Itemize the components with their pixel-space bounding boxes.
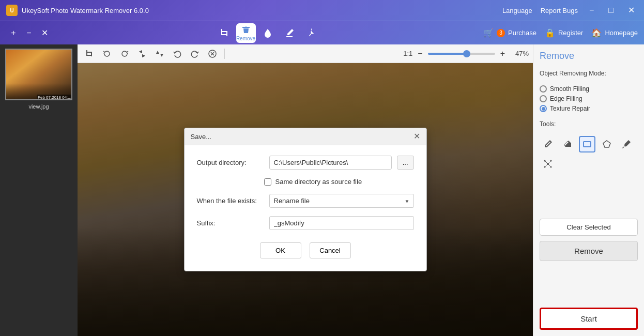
crop-tool-btn[interactable] bbox=[214, 23, 234, 43]
toolbar-rotate-cw-btn[interactable] bbox=[117, 47, 132, 61]
toolbar-redo-btn[interactable] bbox=[187, 47, 203, 61]
toolbar: 1:1 − + 47% bbox=[78, 44, 533, 63]
dialog-title: Save... bbox=[191, 133, 211, 141]
nav-window-controls: + − ✕ bbox=[6, 26, 52, 40]
nav-minimize-btn[interactable]: − bbox=[22, 26, 36, 40]
output-directory-input[interactable] bbox=[269, 156, 392, 170]
pen-tool-btn[interactable] bbox=[280, 23, 299, 43]
remove-tool-btn[interactable]: Remove bbox=[236, 23, 256, 43]
toolbar-flip-v-btn[interactable] bbox=[152, 47, 167, 61]
left-panel: Feb 07,2018 04:... view.jpg bbox=[0, 44, 78, 336]
minimize-btn[interactable]: − bbox=[586, 6, 597, 14]
nav-tools: Remove bbox=[52, 23, 483, 43]
output-directory-row: Output directory: ... bbox=[197, 156, 414, 170]
object-removing-mode-label: Object Removing Mode: bbox=[540, 70, 638, 77]
smooth-label: Smooth Filling bbox=[550, 85, 589, 93]
nav-add-btn[interactable]: + bbox=[6, 26, 21, 40]
svg-rect-1 bbox=[584, 142, 591, 147]
nav-close-btn[interactable]: ✕ bbox=[37, 26, 52, 40]
zoom-pct: 47% bbox=[510, 50, 529, 57]
toolbar-rotate-ccw-btn[interactable] bbox=[99, 47, 115, 61]
same-directory-row: Same directory as source file bbox=[264, 178, 414, 186]
dialog-ok-btn[interactable]: OK bbox=[260, 242, 301, 258]
report-bugs-link[interactable]: Report Bugs bbox=[541, 7, 578, 14]
right-panel: Remove Object Removing Mode: Smooth Fill… bbox=[533, 44, 644, 336]
tools-row bbox=[540, 136, 638, 172]
thumbnail-filename: view.jpg bbox=[28, 103, 49, 110]
panel-spacer2 bbox=[540, 266, 638, 302]
suffix-label: Suffix: bbox=[197, 219, 264, 227]
smooth-radio[interactable] bbox=[540, 85, 547, 93]
dialog-title-bar: Save... ✕ bbox=[185, 128, 426, 145]
mode-edge[interactable]: Edge Filling bbox=[540, 95, 638, 102]
rect-tool-btn[interactable] bbox=[579, 136, 595, 152]
zoom-slider[interactable] bbox=[428, 53, 495, 55]
register-label: Register bbox=[558, 29, 583, 37]
pattern-tool-btn[interactable] bbox=[540, 156, 556, 172]
right-panel-title: Remove bbox=[540, 51, 638, 62]
file-exists-row: When the file exists: Rename file Overwr… bbox=[197, 194, 414, 208]
pencil-tool-btn[interactable] bbox=[540, 136, 556, 152]
file-exists-select[interactable]: Rename file Overwrite Skip bbox=[269, 194, 414, 208]
thumbnail-date: Feb 07,2018 04:... bbox=[37, 95, 72, 100]
toolbar-sep bbox=[224, 49, 225, 59]
output-directory-label: Output directory: bbox=[197, 159, 264, 166]
center-area: 1:1 − + 47% Save... ✕ bbox=[78, 44, 533, 336]
tools-label: Tools: bbox=[540, 120, 638, 128]
dialog-close-btn[interactable]: ✕ bbox=[413, 132, 420, 141]
suffix-row: Suffix: bbox=[197, 216, 414, 230]
purchase-btn[interactable]: 🛒 3 Purchase bbox=[483, 28, 536, 38]
texture-radio[interactable] bbox=[540, 105, 547, 112]
app-title: UkeySoft Photo Watermark Remover 6.0.0 bbox=[22, 7, 502, 14]
edge-label: Edge Filling bbox=[550, 95, 582, 102]
zoom-plus-btn[interactable]: + bbox=[498, 49, 507, 58]
polygon-tool-btn[interactable] bbox=[599, 136, 615, 152]
same-directory-checkbox[interactable] bbox=[264, 178, 271, 186]
water-tool-btn[interactable] bbox=[258, 23, 278, 43]
canvas-area[interactable]: Save... ✕ Output directory: ... bbox=[78, 63, 533, 336]
register-icon: 🔒 bbox=[545, 28, 555, 38]
nav-right: 🛒 3 Purchase 🔒 Register 🏠 Homepage bbox=[483, 28, 638, 38]
zoom-control: 1:1 − + 47% bbox=[403, 49, 529, 58]
svg-marker-2 bbox=[603, 141, 610, 147]
zoom-label[interactable]: 1:1 bbox=[403, 50, 412, 57]
clear-selected-btn[interactable]: Clear Selected bbox=[540, 219, 638, 236]
suffix-input[interactable] bbox=[269, 216, 414, 230]
eraser-tool-btn[interactable] bbox=[559, 136, 576, 152]
toolbar-crop-btn[interactable] bbox=[82, 47, 97, 61]
pin-tool-btn[interactable] bbox=[301, 23, 321, 43]
close-btn[interactable]: ✕ bbox=[625, 6, 638, 14]
homepage-label: Homepage bbox=[605, 29, 638, 37]
toolbar-flip-h-btn[interactable] bbox=[134, 47, 150, 61]
dialog-cancel-btn[interactable]: Cancel bbox=[310, 242, 351, 258]
browse-btn[interactable]: ... bbox=[397, 156, 414, 170]
save-dialog: Save... ✕ Output directory: ... bbox=[184, 128, 427, 271]
remove-btn[interactable]: Remove bbox=[540, 241, 638, 261]
title-bar: U UkeySoft Photo Watermark Remover 6.0.0… bbox=[0, 0, 644, 21]
zoom-slider-thumb[interactable] bbox=[463, 50, 470, 57]
homepage-btn[interactable]: 🏠 Homepage bbox=[591, 28, 638, 38]
panel-spacer bbox=[540, 177, 638, 213]
dialog-buttons: OK Cancel bbox=[197, 238, 414, 261]
toolbar-close-btn[interactable] bbox=[205, 47, 220, 61]
title-bar-right: Language Report Bugs − □ ✕ bbox=[502, 6, 638, 14]
thumbnail[interactable]: Feb 07,2018 04:... bbox=[5, 49, 72, 100]
maximize-btn[interactable]: □ bbox=[605, 6, 617, 14]
language-link[interactable]: Language bbox=[502, 7, 532, 14]
main-layout: Feb 07,2018 04:... view.jpg bbox=[0, 44, 644, 336]
cart-icon: 🛒 bbox=[483, 28, 494, 38]
file-exists-label: When the file exists: bbox=[197, 197, 264, 205]
start-btn[interactable]: Start bbox=[540, 308, 638, 330]
remove-tool-label: Remove bbox=[236, 36, 255, 41]
dialog-body: Output directory: ... Same directory as … bbox=[185, 145, 426, 271]
mode-smooth[interactable]: Smooth Filling bbox=[540, 85, 638, 93]
register-btn[interactable]: 🔒 Register bbox=[545, 28, 583, 38]
toolbar-undo-btn[interactable] bbox=[170, 47, 185, 61]
mode-texture[interactable]: Texture Repair bbox=[540, 105, 638, 112]
edge-radio[interactable] bbox=[540, 95, 547, 102]
purchase-label: Purchase bbox=[508, 29, 536, 37]
brush-tool-btn[interactable] bbox=[618, 136, 635, 152]
purchase-count: 3 bbox=[497, 29, 505, 37]
nav-bar: + − ✕ Remove bbox=[0, 21, 644, 44]
zoom-minus-btn[interactable]: − bbox=[416, 49, 424, 58]
